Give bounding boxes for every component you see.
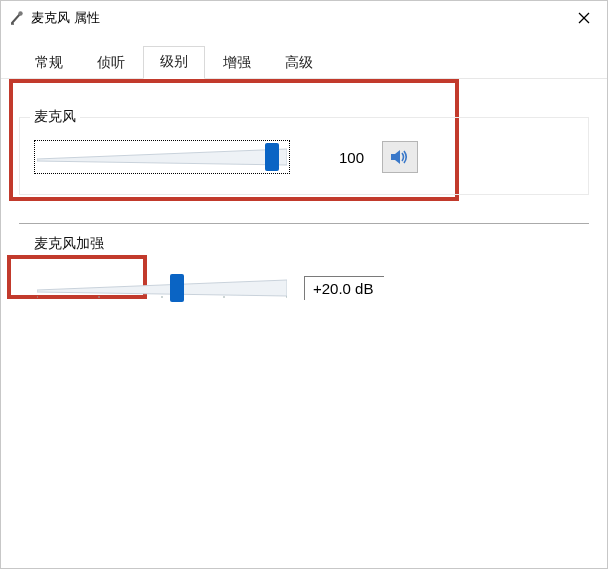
tab-general[interactable]: 常规	[19, 48, 79, 79]
mic-value: 100	[304, 149, 368, 166]
tab-enhance[interactable]: 增强	[207, 48, 267, 79]
mic-slider-focus	[34, 140, 290, 174]
tab-listen[interactable]: 侦听	[81, 48, 141, 79]
boost-slider-row: +20.0 dB	[34, 271, 574, 305]
boost-slider-thumb[interactable]	[170, 274, 184, 302]
properties-window: 麦克风 属性 常规 侦听 级别 增强 高级 麦克风	[0, 0, 608, 569]
mic-group-label: 麦克风	[30, 108, 80, 126]
close-icon	[578, 12, 590, 24]
titlebar: 麦克风 属性	[1, 1, 607, 35]
close-button[interactable]	[561, 1, 607, 35]
mic-slider-track-bg	[37, 147, 287, 167]
speaker-icon	[390, 148, 410, 166]
svg-marker-4	[37, 149, 287, 165]
mic-icon	[9, 10, 25, 26]
tab-levels[interactable]: 级别	[143, 46, 205, 79]
svg-marker-6	[37, 280, 287, 296]
window-title: 麦克风 属性	[31, 9, 100, 27]
boost-group-label: 麦克风加强	[30, 235, 108, 253]
boost-slider-track-bg	[37, 278, 287, 298]
tabstrip: 常规 侦听 级别 增强 高级	[1, 35, 607, 79]
svg-point-1	[18, 11, 22, 15]
boost-slider[interactable]	[37, 274, 287, 302]
svg-line-0	[12, 14, 20, 23]
boost-value: +20.0 dB	[304, 276, 384, 300]
mic-slider-row: 100	[34, 140, 574, 174]
boost-group: 麦克风加强	[19, 244, 589, 326]
mute-button[interactable]	[382, 141, 418, 173]
mic-group: 麦克风 100	[19, 117, 589, 195]
separator	[19, 223, 589, 224]
mic-slider[interactable]	[37, 143, 287, 171]
mic-slider-thumb[interactable]	[265, 143, 279, 171]
tab-content-levels: 麦克风 100	[1, 79, 607, 326]
tab-advanced[interactable]: 高级	[269, 48, 329, 79]
svg-marker-5	[391, 150, 400, 164]
